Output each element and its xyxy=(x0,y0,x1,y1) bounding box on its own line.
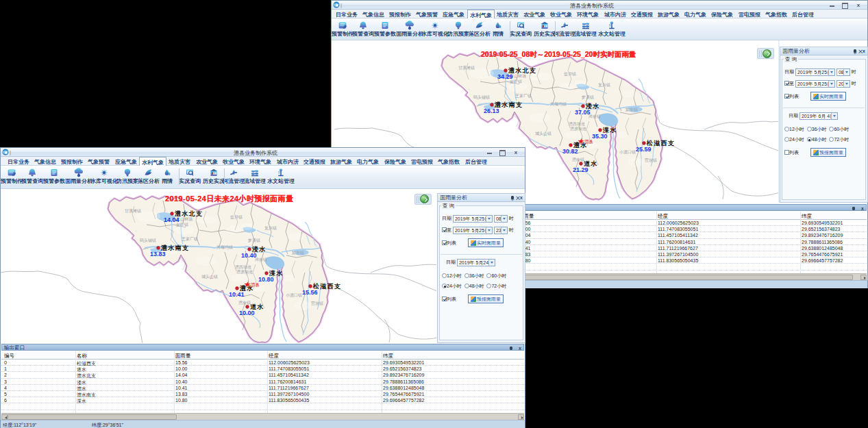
svg-text:25.59: 25.59 xyxy=(636,146,652,153)
svg-text:澧县: 澧县 xyxy=(584,139,594,144)
svg-text:10.41: 10.41 xyxy=(229,291,245,298)
svg-text:10.00: 10.00 xyxy=(239,310,255,316)
svg-text:35.30: 35.30 xyxy=(592,133,608,140)
svg-text:37.05: 37.05 xyxy=(575,109,591,116)
svg-text:26.13: 26.13 xyxy=(484,108,499,114)
svg-text:30.82: 30.82 xyxy=(562,148,578,155)
svg-text:14.04: 14.04 xyxy=(164,216,179,223)
svg-text:21.29: 21.29 xyxy=(573,166,588,173)
svg-text:澧县: 澧县 xyxy=(251,282,260,287)
svg-text:15.56: 15.56 xyxy=(302,289,318,296)
svg-text:10.40: 10.40 xyxy=(241,252,257,259)
svg-text:10.80: 10.80 xyxy=(258,276,274,283)
svg-text:13.83: 13.83 xyxy=(150,251,166,257)
svg-text:34.29: 34.29 xyxy=(497,73,513,80)
